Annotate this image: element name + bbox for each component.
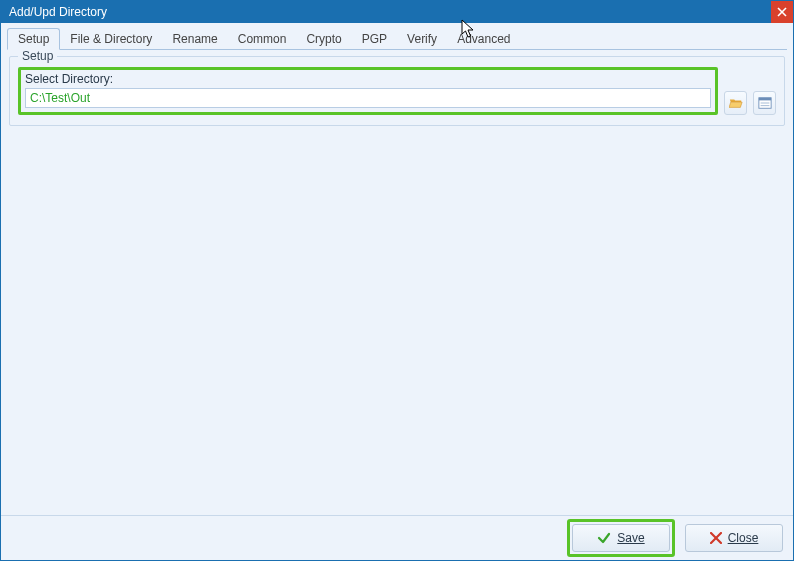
tab-file-directory[interactable]: File & Directory [60,29,162,49]
tab-common[interactable]: Common [228,29,297,49]
tab-setup[interactable]: Setup [7,28,60,50]
window-root: Add/Upd Directory Setup File & Directory… [0,0,794,561]
setup-groupbox: Setup Select Directory: [9,56,785,126]
svg-rect-3 [758,98,770,101]
directory-highlight: Select Directory: [18,67,718,115]
content-area: Setup Select Directory: [7,49,787,511]
directory-input[interactable] [25,88,711,108]
tab-advanced[interactable]: Advanced [447,29,520,49]
browse-button[interactable] [724,91,747,115]
button-bar: Save Close [1,515,793,560]
tab-rename[interactable]: Rename [162,29,227,49]
details-pane-icon [758,96,772,110]
save-highlight: Save [567,519,675,557]
save-button[interactable]: Save [572,524,670,552]
select-directory-label: Select Directory: [25,72,711,86]
close-button-label: Close [728,531,759,545]
groupbox-title: Setup [18,49,57,63]
tab-bar: Setup File & Directory Rename Common Cry… [1,23,793,49]
red-x-icon [710,532,722,544]
close-button[interactable]: Close [685,524,783,552]
check-icon [597,531,611,545]
tab-verify[interactable]: Verify [397,29,447,49]
tab-pgp[interactable]: PGP [352,29,397,49]
window-close-button[interactable] [771,1,793,23]
details-button[interactable] [753,91,776,115]
titlebar: Add/Upd Directory [1,1,793,23]
close-icon [777,7,787,17]
window-title: Add/Upd Directory [9,5,107,19]
folder-open-icon [729,96,743,110]
tab-crypto[interactable]: Crypto [296,29,351,49]
save-button-label: Save [617,531,644,545]
